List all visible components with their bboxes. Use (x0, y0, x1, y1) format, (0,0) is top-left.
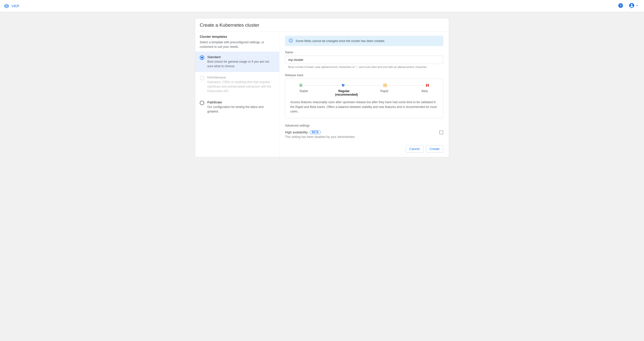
track-node-rapid[interactable] (383, 83, 387, 87)
track-line (304, 85, 424, 86)
templates-subheading: Select a template with preconfigured set… (200, 40, 275, 49)
svg-text:?: ? (620, 4, 622, 8)
info-banner-text: Some fields cannot be changed once the c… (296, 39, 385, 43)
template-pathfinder[interactable]: Pathfinder Our configuration for testing… (195, 97, 279, 117)
cluster-name-input[interactable] (285, 56, 443, 64)
release-track-selector: Stable Regular (recommended) Rapid Beta … (285, 79, 443, 118)
account-menu-button[interactable] (628, 2, 640, 10)
track-node-regular[interactable] (341, 83, 345, 87)
brand-name: VKP (12, 4, 19, 8)
template-desc: Best choice for general usage or if you … (207, 59, 275, 68)
template-desc: Our configuration for testing the latest… (207, 105, 275, 114)
track-node-stable[interactable] (299, 83, 303, 87)
template-ha-intensive: HA/Intensive Operators, CRDs or anything… (195, 72, 279, 97)
svg-rect-13 (385, 85, 386, 86)
track-node-beta[interactable] (425, 83, 429, 87)
topbar: VKP ? (0, 0, 644, 12)
templates-heading: Cluster templates (200, 35, 275, 39)
radio-icon (200, 55, 204, 60)
svg-point-11 (342, 85, 343, 87)
templates-sidebar: Cluster templates Select a template with… (195, 32, 279, 157)
create-cluster-card: Create a Kubernetes cluster Cluster temp… (195, 18, 449, 157)
high-availability-row: High availability BETA This setting has … (285, 130, 443, 139)
form-main: Some fields cannot be changed once the c… (279, 32, 449, 157)
cancel-button[interactable]: Cancel (406, 145, 423, 153)
ha-checkbox (439, 130, 443, 134)
track-label-stable: Stable (295, 89, 312, 96)
topbar-brand[interactable]: VKP (4, 4, 19, 9)
svg-point-9 (342, 84, 343, 85)
info-banner: Some fields cannot be changed once the c… (285, 36, 443, 46)
release-track-label: Release track (285, 73, 443, 77)
track-label-beta: Beta (416, 89, 433, 96)
svg-rect-14 (426, 84, 427, 87)
help-icon: ? (618, 3, 623, 9)
radio-icon (200, 101, 204, 105)
template-name: Pathfinder (207, 100, 275, 104)
track-description: Access features reasonably soon after up… (290, 100, 438, 114)
ha-subtitle: This setting has been disabled by your a… (285, 135, 355, 139)
beta-chip: BETA (310, 130, 321, 134)
name-label: Name (285, 51, 443, 54)
help-button[interactable]: ? (617, 2, 624, 10)
name-helper-text: Must consist of lower case alphanumeric … (285, 65, 443, 68)
svg-point-8 (300, 85, 301, 86)
chevron-down-icon (634, 4, 639, 8)
template-desc: Operators, CRDs or anything else that re… (207, 80, 275, 93)
create-button[interactable]: Create (426, 145, 443, 153)
template-standard[interactable]: Standard Best choice for general usage o… (195, 52, 279, 72)
info-icon (289, 38, 293, 44)
svg-point-3 (631, 4, 632, 6)
track-label-rapid: Rapid (376, 89, 393, 96)
track-label-regular: Regular (recommended) (335, 89, 353, 96)
page-title: Create a Kubernetes cluster (195, 18, 449, 31)
kubernetes-logo-icon (4, 4, 9, 9)
template-name: Standard (207, 55, 275, 59)
account-icon (629, 3, 634, 9)
radio-icon (200, 76, 204, 80)
ha-title: High availability (285, 130, 308, 134)
advanced-settings-label: Advanced settings (285, 124, 443, 127)
template-name: HA/Intensive (207, 75, 275, 79)
svg-rect-15 (428, 84, 429, 87)
